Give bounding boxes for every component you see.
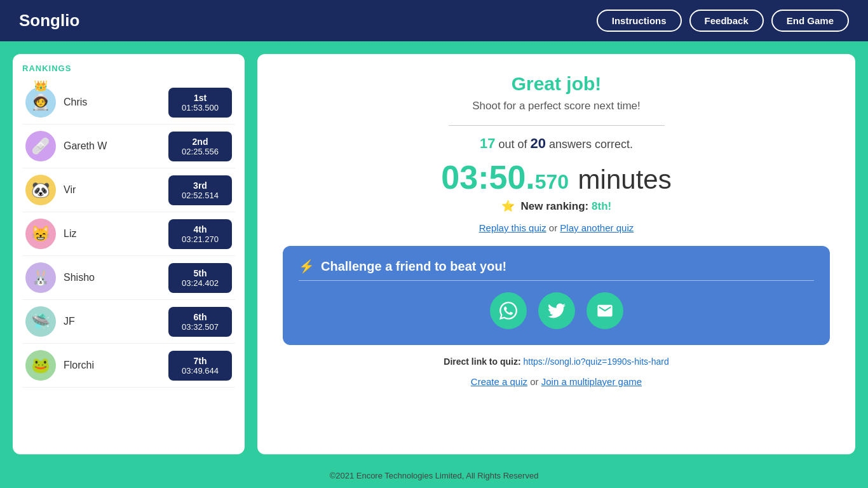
ranking-name: Gareth W bbox=[64, 140, 168, 152]
ranking-avatar: 🐸 bbox=[25, 350, 56, 381]
main-area: RANKINGS 👑🧑‍🚀Chris1st01:53.500🩹Gareth W2… bbox=[0, 41, 868, 463]
header-buttons: Instructions Feedback End Game bbox=[597, 10, 849, 32]
footer-text: ©2021 Encore Technologies Limited, All R… bbox=[330, 471, 539, 480]
twitter-button[interactable] bbox=[538, 292, 575, 329]
score-label: answers correct. bbox=[549, 138, 633, 151]
ranking-time: 01:53.500 bbox=[179, 103, 222, 112]
header: Songlio Instructions Feedback End Game bbox=[0, 0, 868, 41]
results-subtitle: Shoot for a perfect score next time! bbox=[283, 100, 830, 112]
ranking-position: 4th bbox=[179, 224, 222, 234]
whatsapp-icon bbox=[499, 302, 517, 320]
ranking-row: 🩹Gareth W2nd02:25.556 bbox=[22, 125, 235, 168]
or-label: or bbox=[549, 222, 557, 233]
ranking-avatar: 🐰 bbox=[25, 262, 56, 293]
new-ranking-label: New ranking: bbox=[521, 200, 589, 212]
results-score: 17 out of 20 answers correct. bbox=[283, 135, 830, 152]
direct-link: Direct link to quiz: https://songl.io?qu… bbox=[283, 356, 830, 367]
results-ranking: ⭐ New ranking: 8th! bbox=[283, 200, 830, 213]
ranking-badge: 5th03:24.402 bbox=[168, 263, 232, 293]
end-game-button[interactable]: End Game bbox=[771, 10, 849, 32]
play-another-link[interactable]: Play another quiz bbox=[560, 222, 634, 233]
bottom-links: Create a quiz or Join a multiplayer game bbox=[283, 376, 830, 387]
ranking-badge: 6th03:32.507 bbox=[168, 307, 232, 337]
feedback-button[interactable]: Feedback bbox=[689, 10, 764, 32]
rankings-panel: RANKINGS 👑🧑‍🚀Chris1st01:53.500🩹Gareth W2… bbox=[13, 54, 245, 454]
challenge-divider bbox=[299, 280, 814, 281]
create-quiz-link[interactable]: Create a quiz bbox=[471, 376, 527, 387]
ranking-avatar: 🐼 bbox=[25, 175, 56, 205]
results-links: Replay this quiz or Play another quiz bbox=[283, 222, 830, 233]
score-out-of: out of bbox=[498, 138, 527, 151]
ranking-name: Chris bbox=[64, 97, 168, 108]
ranking-row: 😸Liz4th03:21.270 bbox=[22, 212, 235, 256]
email-button[interactable] bbox=[587, 292, 623, 329]
challenge-title: ⚡ Challenge a friend to beat you! bbox=[299, 259, 814, 274]
score-total: 20 bbox=[531, 135, 546, 151]
ranking-time: 02:25.556 bbox=[179, 147, 222, 156]
whatsapp-button[interactable] bbox=[490, 292, 527, 329]
rankings-title: RANKINGS bbox=[22, 64, 235, 73]
ranking-row: 🛸JF6th03:32.507 bbox=[22, 300, 235, 344]
ranking-time: 03:21.270 bbox=[179, 234, 222, 244]
direct-link-label: Direct link to quiz: bbox=[444, 356, 520, 367]
ranking-position: 3rd bbox=[179, 180, 222, 191]
ranking-badge: 2nd02:25.556 bbox=[168, 132, 232, 161]
twitter-icon bbox=[548, 302, 566, 320]
ranking-row: 🐸Florchi7th03:49.644 bbox=[22, 344, 235, 388]
rankings-scroll[interactable]: 👑🧑‍🚀Chris1st01:53.500🩹Gareth W2nd02:25.5… bbox=[22, 81, 235, 388]
challenge-buttons bbox=[299, 292, 814, 329]
ranking-row: 🐰Shisho5th03:24.402 bbox=[22, 256, 235, 300]
footer: ©2021 Encore Technologies Limited, All R… bbox=[0, 463, 868, 488]
ranking-badge: 4th03:21.270 bbox=[168, 219, 232, 249]
logo: Songlio bbox=[19, 11, 79, 30]
direct-link-url[interactable]: https://songl.io?quiz=1990s-hits-hard bbox=[524, 356, 669, 367]
ranking-avatar: 🩹 bbox=[25, 131, 56, 161]
ranking-name: Vir bbox=[64, 184, 168, 196]
ranking-name: JF bbox=[64, 316, 168, 327]
instructions-button[interactable]: Instructions bbox=[597, 10, 682, 32]
star-icon: ⭐ bbox=[501, 200, 515, 212]
ranking-position: 1st bbox=[179, 93, 222, 103]
ranking-badge: 7th03:49.644 bbox=[168, 351, 232, 381]
new-ranking-value: 8th! bbox=[592, 200, 611, 212]
ranking-time: 03:49.644 bbox=[179, 366, 222, 376]
results-divider bbox=[449, 125, 665, 126]
lightning-icon: ⚡ bbox=[299, 259, 315, 274]
results-time: 03:50.570 minutes bbox=[283, 158, 830, 196]
time-small: 570 bbox=[535, 170, 569, 193]
replay-quiz-link[interactable]: Replay this quiz bbox=[479, 222, 546, 233]
join-multiplayer-link[interactable]: Join a multiplayer game bbox=[541, 376, 642, 387]
time-main: 03:50. bbox=[441, 159, 534, 196]
ranking-badge: 1st01:53.500 bbox=[168, 88, 232, 118]
challenge-box: ⚡ Challenge a friend to beat you! bbox=[283, 246, 830, 345]
ranking-time: 03:32.507 bbox=[179, 322, 222, 332]
email-icon bbox=[596, 302, 614, 320]
ranking-name: Shisho bbox=[64, 272, 168, 283]
ranking-position: 2nd bbox=[179, 137, 222, 147]
time-label: minutes bbox=[578, 165, 672, 194]
score-correct: 17 bbox=[480, 135, 495, 151]
results-panel: Great job! Shoot for a perfect score nex… bbox=[257, 54, 855, 454]
ranking-position: 5th bbox=[179, 268, 222, 278]
crown-icon: 👑 bbox=[34, 81, 48, 92]
ranking-name: Florchi bbox=[64, 360, 168, 371]
ranking-position: 7th bbox=[179, 356, 222, 366]
ranking-avatar: 👑🧑‍🚀 bbox=[25, 87, 56, 118]
ranking-name: Liz bbox=[64, 228, 168, 240]
or-label-2: or bbox=[530, 376, 538, 387]
ranking-badge: 3rd02:52.514 bbox=[168, 175, 232, 205]
ranking-row: 🐼Vir3rd02:52.514 bbox=[22, 168, 235, 212]
ranking-position: 6th bbox=[179, 312, 222, 322]
ranking-time: 02:52.514 bbox=[179, 191, 222, 200]
ranking-avatar: 😸 bbox=[25, 219, 56, 249]
results-title: Great job! bbox=[283, 73, 830, 95]
ranking-time: 03:24.402 bbox=[179, 278, 222, 288]
ranking-row: 👑🧑‍🚀Chris1st01:53.500 bbox=[22, 81, 235, 125]
ranking-avatar: 🛸 bbox=[25, 306, 56, 337]
